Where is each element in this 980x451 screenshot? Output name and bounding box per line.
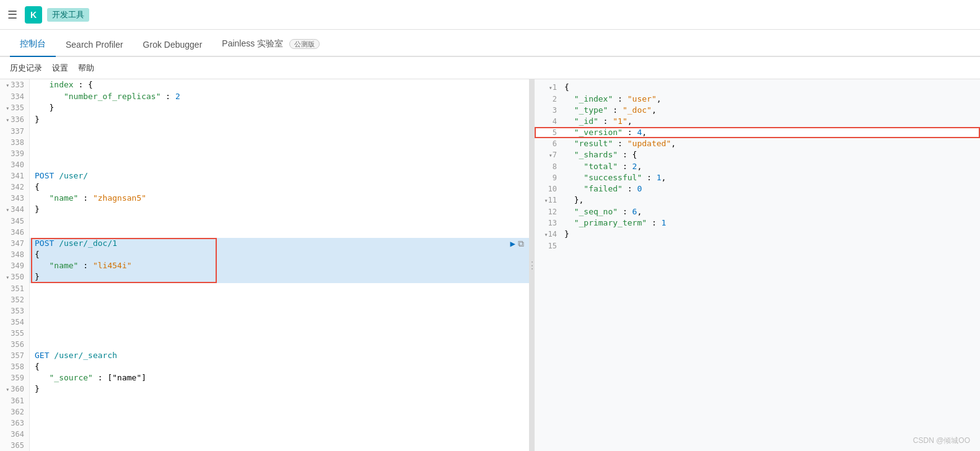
line-content: "number_of_replicas" : 2	[30, 91, 529, 102]
line-content: "_source" : ["name"]	[30, 372, 529, 383]
editor-line[interactable]: 356	[0, 339, 529, 350]
line-content: }	[30, 102, 529, 114]
line-number: 337	[0, 126, 30, 137]
editor-line[interactable]: ▾350}	[0, 271, 529, 283]
output-line-content: },	[562, 195, 980, 206]
history-button[interactable]: 历史记录	[10, 63, 42, 74]
line-number: 353	[0, 305, 30, 317]
output-line: 15	[535, 240, 980, 252]
output-line: ▾7 "_shards" : {	[535, 149, 980, 161]
output-line-content: "failed" : 0	[562, 183, 980, 195]
output-line-number: ▾7	[535, 149, 562, 161]
line-content	[30, 126, 529, 137]
output-line: 13 "_primary_term" : 1	[535, 217, 980, 229]
output-line-number: 13	[535, 217, 562, 229]
line-content: }	[30, 271, 529, 283]
editor-line[interactable]: ▾336}	[0, 114, 529, 126]
tab-search-profiler[interactable]: Search Profiler	[56, 33, 133, 57]
line-content: GET /user/_search	[30, 350, 529, 361]
app-logo: K	[25, 6, 42, 24]
editor-line[interactable]: 363	[0, 418, 529, 429]
line-content	[30, 339, 529, 350]
tab-console[interactable]: 控制台	[10, 32, 56, 57]
panel-resizer[interactable]: ⋮	[530, 79, 535, 451]
line-number: 362	[0, 406, 30, 418]
line-number: 357	[0, 350, 30, 361]
editor-line[interactable]: 353	[0, 305, 529, 317]
output-line-number: ▾1	[535, 82, 562, 94]
editor-line[interactable]: 355	[0, 328, 529, 339]
output-line-number: 5	[535, 127, 562, 138]
copy-icon[interactable]: ⧉	[518, 238, 524, 249]
line-actions[interactable]: ▶⧉	[510, 238, 524, 249]
settings-button[interactable]: 设置	[52, 63, 68, 74]
editor-line[interactable]: 346	[0, 227, 529, 238]
editor-line[interactable]: 339	[0, 148, 529, 159]
editor-line[interactable]: 345	[0, 216, 529, 227]
menu-icon[interactable]: ☰	[7, 8, 17, 22]
output-line-content: }	[562, 229, 980, 240]
output-line-number: 9	[535, 172, 562, 183]
editor-line[interactable]: 340	[0, 159, 529, 170]
line-number: 346	[0, 227, 30, 238]
output-line-number: 8	[535, 161, 562, 172]
line-number: 354	[0, 317, 30, 328]
line-number: 352	[0, 294, 30, 305]
help-button[interactable]: 帮助	[78, 63, 94, 74]
editor-line[interactable]: 361	[0, 395, 529, 406]
output-line: 5 "_version" : 4,	[535, 127, 980, 138]
editor-line[interactable]: 338	[0, 137, 529, 148]
output-line-content: {	[562, 82, 980, 94]
editor-line[interactable]: 351	[0, 283, 529, 294]
main-content: ▾333 index : {334 "number_of_replicas" :…	[0, 79, 980, 451]
editor-line[interactable]: ▾335 }	[0, 102, 529, 114]
run-icon[interactable]: ▶	[510, 238, 515, 249]
output-line-content: "total" : 2,	[562, 161, 980, 172]
editor-line[interactable]: ▾333 index : {	[0, 79, 529, 91]
line-number: ▾333	[0, 79, 30, 91]
output-line-number: 3	[535, 105, 562, 116]
editor-line[interactable]: 348{	[0, 249, 529, 260]
editor-line[interactable]: 341POST /user/	[0, 170, 529, 182]
editor-line[interactable]: ▾360}	[0, 383, 529, 395]
editor-panel[interactable]: ▾333 index : {334 "number_of_replicas" :…	[0, 79, 530, 451]
output-line-content: "_id" : "1",	[562, 116, 980, 127]
line-number: 342	[0, 182, 30, 193]
line-content	[30, 283, 529, 294]
tab-grok-debugger[interactable]: Grok Debugger	[133, 33, 212, 57]
editor-line[interactable]: ▾344}	[0, 204, 529, 216]
line-content: "name" : "zhagnsan5"	[30, 193, 529, 204]
editor-line[interactable]: 352	[0, 294, 529, 305]
editor-line[interactable]: 354	[0, 317, 529, 328]
line-content	[30, 148, 529, 159]
output-line: 8 "total" : 2,	[535, 161, 980, 172]
watermark: CSDN @倾城OO	[913, 436, 970, 446]
output-line-number: ▾14	[535, 229, 562, 240]
tab-painless-lab[interactable]: Painless 实验室 公测版	[212, 32, 330, 57]
editor-line[interactable]: 364	[0, 429, 529, 440]
output-line-number: 2	[535, 94, 562, 105]
output-line-content: "_type" : "_doc",	[562, 105, 980, 116]
line-number: ▾336	[0, 114, 30, 126]
code-editor[interactable]: ▾333 index : {334 "number_of_replicas" :…	[0, 79, 529, 451]
editor-line[interactable]: 359 "_source" : ["name"]	[0, 372, 529, 383]
editor-line[interactable]: 334 "number_of_replicas" : 2	[0, 91, 529, 102]
editor-line[interactable]: 357GET /user/_search	[0, 350, 529, 361]
line-content	[30, 328, 529, 339]
sub-toolbar: 历史记录 设置 帮助	[0, 57, 980, 79]
editor-line[interactable]: 362	[0, 406, 529, 418]
line-number: 355	[0, 328, 30, 339]
editor-line[interactable]: 347POST /user/_doc/1▶⧉	[0, 238, 529, 249]
editor-line[interactable]: 337	[0, 126, 529, 137]
editor-line[interactable]: 358{	[0, 361, 529, 372]
line-number: 359	[0, 372, 30, 383]
editor-line[interactable]: 343 "name" : "zhagnsan5"	[0, 193, 529, 204]
output-line: 6 "result" : "updated",	[535, 138, 980, 149]
output-line-content: "successful" : 1,	[562, 172, 980, 183]
editor-line[interactable]: 342{	[0, 182, 529, 193]
output-line: ▾1{	[535, 82, 980, 94]
editor-line[interactable]: 349 "name" : "li454i"	[0, 260, 529, 271]
editor-line[interactable]: 365	[0, 440, 529, 451]
line-number: 345	[0, 216, 30, 227]
line-number: ▾344	[0, 204, 30, 216]
